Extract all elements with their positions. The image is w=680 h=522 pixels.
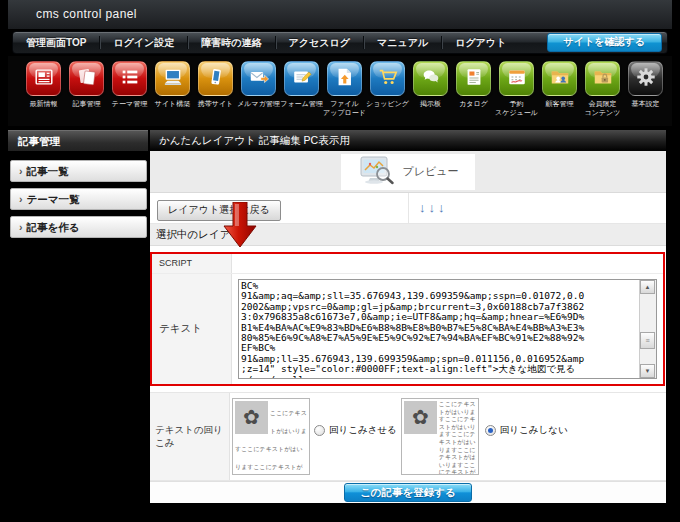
back-to-layout-select-button[interactable]: レイアウト選択に戻る: [157, 200, 281, 221]
module-label: 顧客管理: [546, 99, 574, 108]
sidebar-title: 記事管理: [8, 130, 148, 151]
module-label: 基本設定: [632, 99, 660, 108]
text-row: テキスト BC% 91&amp;aq=&amp;sll=35.676943,13…: [152, 274, 663, 384]
nav-access-log[interactable]: アクセスログ: [276, 36, 363, 50]
preview-button[interactable]: プレビュー: [341, 154, 474, 190]
layout-action-row: レイアウト選択に戻る ↓↓↓: [150, 193, 666, 224]
news-icon: [33, 66, 55, 92]
script-row: SCRIPT: [152, 254, 663, 274]
site-builder-icon: [162, 66, 184, 92]
radio-icon[interactable]: [314, 425, 325, 436]
mail-magazine-icon: [248, 66, 270, 92]
module-bbs[interactable]: 掲示板: [409, 56, 452, 126]
module-label: カタログ: [459, 99, 488, 108]
scroll-up-arrow-icon[interactable]: ▲: [640, 280, 655, 294]
module-label: テーマ管理: [112, 99, 147, 108]
text-wrap-label: テキストの回りこみ: [150, 393, 230, 480]
customers-icon: [549, 66, 571, 92]
articles-icon: [76, 66, 98, 92]
module-label: サイト構築: [155, 99, 191, 108]
nowrap-preview-thumbnail: ✿ ここにテキストがはいりますここにテキストがはいりますここにテキストがはいりま…: [401, 398, 479, 475]
module-mobile-site[interactable]: 携帯サイト: [194, 56, 237, 126]
module-label: ファイル アップロード: [323, 99, 366, 118]
scroll-down-arrow-icon[interactable]: ▼: [640, 364, 655, 378]
script-label: SCRIPT: [152, 254, 232, 273]
textarea-scrollbar[interactable]: ▲ ≡ ▼: [639, 280, 656, 378]
text-input-value[interactable]: BC% 91&amp;aq=&amp;sll=35.676943,139.699…: [239, 280, 639, 378]
mobile-site-icon: [205, 66, 227, 92]
module-label: 掲示板: [420, 99, 441, 108]
module-shopping[interactable]: ショッピング: [366, 56, 409, 126]
module-label: フォーム管理: [280, 99, 323, 108]
module-catalog[interactable]: カタログ: [452, 56, 495, 126]
radio-label: 回りこみさせる: [329, 424, 397, 437]
module-label: ショッピング: [366, 99, 409, 108]
module-themes[interactable]: テーマ管理: [108, 56, 151, 126]
sidebar-item-label: 記事を作る: [27, 221, 80, 233]
members-only-icon: [592, 66, 614, 92]
down-arrows-link[interactable]: ↓↓↓: [419, 200, 448, 215]
shopping-cart-icon: [377, 66, 399, 92]
module-site-builder[interactable]: サイト構築: [151, 56, 194, 126]
cms-control-panel: cms control panel 管理画面TOP ログイン設定 障害時の連絡 …: [0, 0, 680, 522]
monitor-magnifier-icon: [357, 156, 395, 188]
text-wrap-row: テキストの回りこみ ✿ ここにテキストがはいりますここにテキストがはいりますここ…: [150, 392, 666, 481]
flower-image: ✿: [404, 401, 437, 434]
app-logo: cms control panel: [36, 7, 137, 21]
nav-manual[interactable]: マニュアル: [364, 36, 441, 50]
module-label: 携帯サイト: [198, 99, 234, 108]
content-panel: かんたんレイアウト 記事編集 PC表示用 プレビュー レイアウト選択に戻る ↓↓…: [150, 130, 666, 503]
sidebar-item-label: テーマ一覧: [27, 193, 80, 205]
radio-selected-icon[interactable]: [485, 425, 496, 436]
sidebar-item-theme-list[interactable]: ›テーマ一覧: [10, 188, 147, 210]
text-label: テキスト: [152, 274, 232, 384]
file-upload-icon: [334, 66, 356, 92]
module-label: 記事管理: [73, 99, 101, 108]
nav-logout[interactable]: ログアウト: [442, 36, 519, 50]
module-label: メルマガ管理: [237, 99, 280, 108]
module-label: 最新情報: [30, 99, 58, 108]
radio-option-wrap[interactable]: 回りこみさせる: [314, 424, 397, 437]
themes-icon: [119, 66, 141, 92]
flower-image: ✿: [235, 401, 268, 434]
nav-admin-top[interactable]: 管理画面TOP: [13, 36, 99, 50]
text-input[interactable]: BC% 91&amp;aq=&amp;sll=35.676943,139.699…: [238, 279, 657, 379]
module-news[interactable]: 最新情報: [22, 56, 65, 126]
check-site-button[interactable]: サイトを確認する: [547, 33, 662, 52]
bbs-icon: [420, 66, 442, 92]
scrollbar-thumb[interactable]: ≡: [640, 332, 655, 349]
radio-option-nowrap[interactable]: 回りこみしない: [485, 424, 568, 437]
nav-login-settings[interactable]: ログイン設定: [100, 36, 187, 50]
sidebar-item-label: 記事一覧: [27, 165, 69, 177]
radio-label: 回りこみしない: [500, 424, 568, 437]
schedule-icon: [506, 66, 528, 92]
highlighted-fields-box: SCRIPT テキスト BC% 91&amp;aq=&amp;sll=35.67…: [150, 252, 665, 386]
nowrap-sample-text: ここにテキストがはいりますここにテキストがはいりますここにテキストがはいりますこ…: [439, 401, 476, 472]
module-mail-magazine[interactable]: メルマガ管理: [237, 56, 280, 126]
module-forms[interactable]: フォーム管理: [280, 56, 323, 126]
module-members-only[interactable]: 会員限定 コンテンツ: [581, 56, 624, 126]
module-settings[interactable]: 基本設定: [624, 56, 667, 126]
page-title: かんたんレイアウト 記事編集 PC表示用: [150, 130, 666, 151]
module-customers[interactable]: 顧客管理: [538, 56, 581, 126]
module-file-upload[interactable]: ファイル アップロード: [323, 56, 366, 126]
chevron-right-icon: ›: [19, 193, 23, 205]
register-article-button[interactable]: この記事を登録する: [344, 483, 472, 502]
module-icon-row: 最新情報 記事管理 テーマ管理 サイト構築 携帯サイト メルマガ管理 フォーム管…: [8, 56, 672, 126]
submit-row: この記事を登録する: [150, 481, 666, 503]
chevron-right-icon: ›: [19, 165, 23, 177]
form-icon: [291, 66, 313, 92]
module-articles[interactable]: 記事管理: [65, 56, 108, 126]
nav-trouble-contact[interactable]: 障害時の連絡: [188, 36, 274, 50]
module-schedule[interactable]: 予約 スケジュール: [495, 56, 538, 126]
main-nav: 管理画面TOP ログイン設定 障害時の連絡 アクセスログ マニュアル ログアウト…: [12, 31, 668, 54]
wrap-preview-thumbnail: ✿ ここにテキストがはいりますここにテキストがはいりますここにテキストがはいりま…: [232, 398, 310, 475]
settings-icon: [635, 66, 657, 92]
sidebar-item-create-article[interactable]: ›記事を作る: [10, 216, 147, 238]
module-label: 会員限定 コンテンツ: [585, 99, 621, 118]
catalog-icon: [463, 66, 485, 92]
preview-section: プレビュー: [150, 151, 666, 193]
top-bar: cms control panel: [8, 0, 672, 29]
preview-label: プレビュー: [402, 164, 458, 179]
sidebar-item-article-list[interactable]: ›記事一覧: [10, 160, 147, 182]
